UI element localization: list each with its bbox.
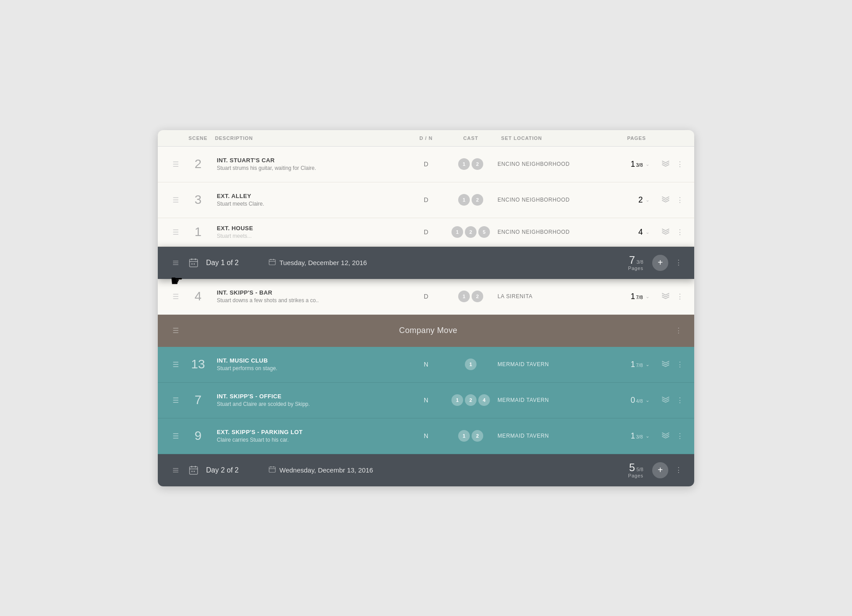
pages-fraction: 4/8	[636, 398, 643, 404]
layers-icon[interactable]	[659, 194, 672, 206]
drag-handle[interactable]: ☰	[167, 196, 185, 204]
dm-value: N	[408, 432, 444, 439]
more-icon[interactable]: ⋮	[675, 430, 685, 441]
cast-badge: 1	[458, 291, 470, 302]
cast-column: 1 2	[444, 158, 498, 170]
chevron-down-icon[interactable]: ⌄	[645, 397, 650, 403]
chevron-down-icon[interactable]: ⌄	[645, 433, 650, 439]
day-more-icon[interactable]: ⋮	[672, 258, 685, 267]
drag-handle[interactable]: ☰	[167, 292, 185, 301]
scene-subtitle: Stuart and Claire are scolded by Skipp.	[217, 401, 403, 407]
layers-icon[interactable]	[659, 358, 672, 371]
col-header-actions	[650, 130, 685, 146]
day-pages-label: Pages	[628, 266, 643, 271]
day-pages-fraction: 3/8	[637, 259, 643, 265]
scene-number: 3	[185, 193, 211, 207]
layers-icon[interactable]	[659, 430, 672, 442]
location-value: ENCINO NEIGHBORHOOD	[498, 229, 596, 235]
pages-column: 1 7/8 ⌄	[596, 292, 650, 301]
day-drag-handle[interactable]	[167, 259, 185, 266]
scene-number: 1	[185, 225, 211, 239]
day-pages: 5 5/8 Pages	[628, 462, 643, 478]
pages-display: 1 3/8	[631, 431, 643, 441]
layers-icon[interactable]	[659, 394, 672, 406]
cast-badge: 1	[465, 359, 477, 370]
cast-badge: 1	[458, 430, 470, 442]
pages-fraction: 3/8	[636, 434, 643, 439]
scene-description: EXT. SKIPP'S - PARKING LOT Claire carrie…	[211, 429, 408, 443]
pages-display: 4	[638, 228, 643, 237]
scene-subtitle: Stuart strums his guitar, waiting for Cl…	[217, 165, 403, 171]
drag-handle[interactable]: ☰	[167, 228, 185, 236]
cast-column: 1	[444, 359, 498, 370]
scene-number: 13	[185, 357, 211, 371]
location-value: MERMAID TAVERN	[498, 397, 596, 403]
dm-value: D	[408, 196, 444, 203]
scene-description: INT. SKIPP'S - BAR Stuart downs a few sh…	[211, 289, 408, 304]
more-icon[interactable]: ⋮	[675, 291, 685, 302]
dm-value: N	[408, 361, 444, 368]
actions-column: ⋮	[650, 430, 685, 442]
chevron-down-icon[interactable]: ⌄	[645, 197, 650, 203]
layers-icon[interactable]	[659, 158, 672, 170]
scene-row-13: ☰ 13 INT. MUSIC CLUB Stuart performs on …	[158, 347, 694, 383]
actions-column: ⋮	[650, 358, 685, 371]
drag-handle[interactable]: ☰	[167, 396, 185, 405]
more-icon[interactable]: ⋮	[675, 227, 685, 237]
day-date-text: Wednesday, Decembr 13, 2016	[279, 466, 373, 474]
layers-icon[interactable]	[659, 290, 672, 303]
layers-icon[interactable]	[659, 226, 672, 238]
pages-display: 1 7/8	[631, 292, 643, 301]
chevron-down-icon[interactable]: ⌄	[645, 161, 650, 167]
scene-title: INT. SKIPP'S - OFFICE	[217, 393, 403, 400]
scene-description: EXT. ALLEY Stuart meets Claire.	[211, 193, 408, 207]
drag-handle[interactable]: ☰	[167, 360, 185, 369]
more-icon[interactable]: ⋮	[675, 194, 685, 205]
scene-description: INT. STUART'S CAR Stuart strums his guit…	[211, 157, 408, 171]
day-pages-label: Pages	[628, 473, 643, 478]
pages-column: 1 3/8 ⌄	[596, 160, 650, 169]
add-scene-button[interactable]: +	[652, 462, 668, 478]
pages-fraction: 7/8	[636, 295, 643, 300]
cast-badge: 2	[472, 430, 483, 442]
actions-column: ⋮	[650, 226, 685, 238]
scene-row-7: ☰ 7 INT. SKIPP'S - OFFICE Stuart and Cla…	[158, 383, 694, 418]
actions-column: ⋮	[650, 158, 685, 170]
svg-rect-3	[190, 259, 198, 267]
day-drag-handle[interactable]	[167, 467, 185, 474]
more-icon[interactable]: ⋮	[675, 159, 685, 169]
cast-badge: 2	[472, 291, 483, 302]
chevron-down-icon[interactable]: ⌄	[645, 362, 650, 367]
day-more-icon[interactable]: ⋮	[672, 466, 685, 474]
drag-handle[interactable]: ☰	[167, 160, 185, 169]
scene-number: 4	[185, 289, 211, 304]
scene-title: INT. MUSIC CLUB	[217, 357, 403, 364]
location-value: ENCINO NEIGHBORHOOD	[498, 161, 596, 167]
company-move-drag[interactable]: ☰	[167, 326, 185, 335]
scene-row-1: ☰ 1 EXT. HOUSE Stuart meets... D 1 2 5 E…	[158, 218, 694, 247]
scene-row-2: ☰ 2 INT. STUART'S CAR Stuart strums his …	[158, 147, 694, 182]
main-container: SCENE DESCRIPTION D / N CAST SET LOCATIO…	[158, 130, 694, 486]
add-scene-button[interactable]: +	[652, 255, 668, 271]
more-icon[interactable]: ⋮	[675, 395, 685, 405]
company-more-icon[interactable]: ⋮	[672, 326, 685, 335]
chevron-down-icon[interactable]: ⌄	[645, 229, 650, 235]
pages-fraction: 3/8	[636, 162, 643, 168]
pages-integer: 1	[631, 292, 635, 301]
pages-integer: 2	[638, 195, 643, 205]
schedule-icon	[185, 257, 202, 268]
pages-column: 4 ⌄	[596, 228, 650, 237]
dm-value: D	[408, 160, 444, 168]
svg-rect-22	[269, 467, 275, 472]
location-value: LA SIRENITA	[498, 293, 596, 300]
more-icon[interactable]: ⋮	[675, 359, 685, 370]
day-label: Day 1 of 2	[206, 259, 260, 267]
scene-title: EXT. SKIPP'S - PARKING LOT	[217, 429, 403, 435]
chevron-down-icon[interactable]: ⌄	[645, 294, 650, 300]
cast-badge: 4	[478, 394, 490, 406]
drag-handle[interactable]: ☰	[167, 432, 185, 440]
cast-column: 1 2	[444, 291, 498, 302]
pages-display: 0 4/8	[631, 396, 643, 405]
col-header-description: DESCRIPTION	[211, 130, 408, 146]
pages-display: 1 7/8	[631, 360, 643, 369]
